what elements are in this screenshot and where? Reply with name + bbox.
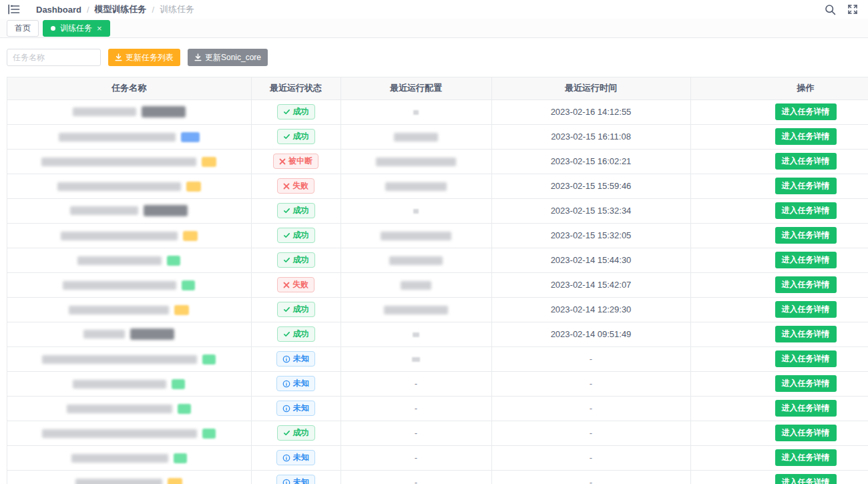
status-badge: 失败 [277,178,314,194]
breadcrumb-separator: / [87,5,89,15]
run-status-cell: 成功 [251,322,341,346]
redacted-task-name [75,479,162,484]
redacted-task-badge [144,205,188,216]
table-row: 成功2023-02-16 14:12:55进入任务详情 [7,99,868,124]
tab-home-label: 首页 [15,23,31,34]
enter-task-detail-button[interactable]: 进入任务详情 [775,153,837,170]
table-row: 失败2023-02-14 15:42:07进入任务详情 [7,272,868,297]
run-status-cell: 成功 [251,124,341,149]
table-row: 失败2023-02-15 15:59:46进入任务详情 [7,174,868,198]
run-time-cell: 2023-02-15 15:59:46 [491,174,690,198]
enter-task-detail-button[interactable]: 进入任务详情 [775,400,837,417]
enter-task-detail-button[interactable]: 进入任务详情 [775,425,837,441]
run-config-cell [341,174,491,198]
info-icon [282,405,290,413]
sidebar-collapse-button[interactable] [7,2,21,17]
enter-task-detail-button[interactable]: 进入任务详情 [775,474,837,484]
run-time-value: - [590,453,592,463]
empty-config-value: - [415,453,417,463]
task-tag-green [178,404,191,414]
status-badge: 成功 [277,203,315,218]
enter-task-detail-button[interactable]: 进入任务详情 [775,202,837,219]
table-row: 成功2023-02-15 15:32:34进入任务详情 [7,198,868,223]
enter-task-detail-button[interactable]: 进入任务详情 [775,178,837,194]
tab-training-tasks[interactable]: 训练任务 × [43,20,110,37]
table-row: 成功2023-02-15 16:11:08进入任务详情 [7,124,868,149]
run-status-cell: 成功 [251,297,341,322]
tab-close-icon[interactable]: × [97,24,102,33]
run-time-cell: 2023-02-14 15:42:07 [491,272,690,297]
info-icon [282,454,290,462]
status-badge: 未知 [276,450,315,465]
run-config-cell [341,198,491,223]
run-status-cell: 成功 [251,198,341,223]
actions-cell: 进入任务详情 [690,198,868,223]
status-label: 成功 [293,230,309,241]
enter-task-detail-button[interactable]: 进入任务详情 [775,103,837,120]
task-tag-green [172,379,185,389]
column-header-run-time: 最近运行时间 [491,77,690,99]
redacted-config [413,332,419,337]
task-name-cell [7,149,251,174]
status-label: 未知 [293,353,309,365]
tab-home[interactable]: 首页 [7,20,39,37]
run-time-value: - [590,428,592,438]
task-name-cell [7,198,251,223]
status-label: 成功 [293,427,309,439]
status-label: 成功 [293,205,309,216]
run-time-value: 2023-02-15 16:02:21 [551,156,632,166]
enter-task-detail-button[interactable]: 进入任务详情 [775,227,837,244]
run-time-value: - [590,403,592,413]
actions-cell: 进入任务详情 [690,272,868,297]
enter-task-detail-button[interactable]: 进入任务详情 [775,128,837,145]
enter-task-detail-button[interactable]: 进入任务详情 [775,326,837,342]
redacted-task-name [59,133,176,142]
redacted-task-name [77,256,162,265]
run-config-cell: - [341,421,491,445]
run-status-cell: 成功 [251,99,341,124]
redacted-task-badge [130,328,174,340]
enter-task-detail-button[interactable]: 进入任务详情 [775,276,837,293]
check-icon [283,306,290,313]
check-icon [283,330,290,338]
table-row: 被中断2023-02-15 16:02:21进入任务详情 [7,149,868,174]
status-badge: 成功 [277,302,315,317]
update-task-list-button[interactable]: 更新任务列表 [108,49,180,66]
run-status-cell: 失败 [251,272,341,297]
actions-cell: 进入任务详情 [690,149,868,174]
table-row: 未知-进入任务详情 [7,346,868,371]
search-button[interactable] [824,3,836,15]
update-sonic-core-button[interactable]: 更新Sonic_core [188,49,268,66]
enter-task-detail-button[interactable]: 进入任务详情 [775,350,837,367]
run-status-cell: 成功 [251,421,341,445]
table-row: 成功2023-02-14 09:51:49进入任务详情 [7,322,868,346]
breadcrumb: Dashboard / 模型训练任务 / 训练任务 [36,3,194,15]
column-header-actions: 操作 [690,77,868,99]
actions-cell: 进入任务详情 [690,346,868,371]
status-badge: 被中断 [273,154,318,169]
task-tag-green [202,429,216,439]
status-label: 被中断 [288,156,312,167]
run-time-cell: 2023-02-15 15:32:05 [491,223,690,248]
run-time-cell: 2023-02-14 15:44:30 [491,248,690,272]
task-tag-yellow [183,231,198,241]
status-badge: 成功 [277,129,315,144]
enter-task-detail-button[interactable]: 进入任务详情 [775,301,837,318]
fullscreen-icon [847,4,858,15]
breadcrumb-item-dashboard[interactable]: Dashboard [36,5,81,15]
task-name-input[interactable] [7,49,101,66]
enter-task-detail-button[interactable]: 进入任务详情 [775,252,837,268]
status-badge: 成功 [277,326,315,342]
run-time-cell: 2023-02-14 09:51:49 [491,322,690,346]
enter-task-detail-button[interactable]: 进入任务详情 [775,375,837,392]
run-status-cell: 未知 [251,346,341,371]
status-label: 未知 [293,477,309,484]
breadcrumb-item-model-training[interactable]: 模型训练任务 [95,3,147,15]
active-tab-dot [51,26,55,31]
fullscreen-button[interactable] [847,3,859,15]
redacted-task-name [73,380,166,389]
redacted-task-name [70,206,138,215]
enter-task-detail-button[interactable]: 进入任务详情 [775,449,837,466]
run-time-cell: 2023-02-15 16:02:21 [491,149,690,174]
run-config-cell: - [341,445,491,470]
